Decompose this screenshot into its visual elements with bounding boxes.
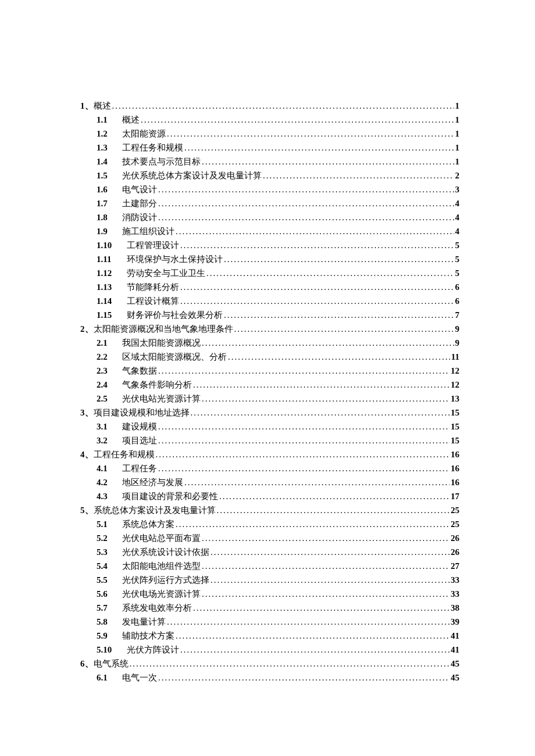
toc-entry-page: 4 — [455, 210, 460, 224]
toc-entry: 5.3光伏系统设计设计依据...........................… — [97, 545, 459, 559]
toc-entry-title: 气象数据 — [122, 364, 157, 378]
toc-entry-number: 5.3 — [97, 545, 119, 559]
toc-leader-dots: ........................................… — [180, 643, 450, 657]
toc-entry: 2.1我国太阳能资源概况............................… — [97, 336, 459, 350]
toc-entry-page: 16 — [451, 447, 459, 461]
toc-entry-page: 41 — [451, 643, 459, 657]
toc-entry-number: 1.3 — [97, 141, 119, 155]
toc-leader-dots: ........................................… — [176, 517, 450, 531]
toc-entry-number: 1.1 — [97, 113, 119, 127]
toc-entry: 2.5光伏电站光资源计算............................… — [97, 392, 459, 406]
toc-entry-title: 光伏系统设计设计依据 — [122, 545, 209, 559]
toc-entry-title: 系统总体方案 — [122, 517, 174, 531]
toc-leader-dots: ........................................… — [193, 378, 450, 392]
toc-leader-dots: ........................................… — [158, 210, 454, 224]
toc-entry-page: 12 — [451, 364, 459, 378]
toc-entry-page: 17 — [451, 489, 459, 503]
toc-entry: 1.11环境保护与水土保持设计.........................… — [97, 252, 459, 266]
toc-entry-page: 33 — [451, 587, 459, 601]
toc-entry: 4.2地区经济与发展..............................… — [97, 475, 459, 489]
toc-entry-title: 环境保护与水土保持设计 — [127, 252, 223, 266]
toc-leader-dots: ........................................… — [202, 336, 454, 350]
toc-leader-dots: ........................................… — [158, 196, 454, 210]
toc-entry: 1.4技术要点与示范目标............................… — [97, 155, 459, 169]
toc-entry-page: 26 — [451, 531, 459, 545]
toc-leader-dots: ........................................… — [211, 573, 450, 587]
toc-leader-dots: ........................................… — [158, 671, 450, 685]
toc-entry: 1.5光伏系统总体方案设计及发电量计算.....................… — [97, 169, 459, 182]
toc-entry-number: 5.4 — [97, 559, 119, 573]
toc-entry: 5.10光伏方阵设计..............................… — [97, 643, 459, 657]
toc-leader-dots: ........................................… — [158, 433, 450, 447]
toc-entry-title: 工程任务 — [122, 461, 157, 475]
toc-entry-number: 2.3 — [97, 364, 119, 378]
toc-entry-page: 16 — [451, 475, 459, 489]
toc-entry: 5.1系统总体方案...............................… — [97, 517, 459, 531]
toc-entry: 5.5光伏阵列运行方式选择...........................… — [97, 573, 459, 587]
toc-entry-page: 9 — [455, 322, 460, 336]
toc-entry-number: 5.8 — [97, 615, 119, 629]
toc-entry-number: 4.1 — [97, 461, 119, 475]
toc-leader-dots: ........................................… — [206, 266, 454, 280]
toc-entry: 1.10工程管理设计..............................… — [97, 238, 459, 252]
table-of-contents: 1、概述....................................… — [80, 99, 459, 685]
toc-entry-page: 15 — [451, 406, 459, 420]
toc-entry-title: 建设规模 — [122, 420, 157, 433]
toc-entry-title: 区域太阳能资源概况、分析 — [122, 350, 227, 364]
toc-leader-dots: ........................................… — [191, 406, 450, 420]
toc-entry-page: 1 — [455, 127, 460, 141]
toc-entry-number: 6、 — [80, 657, 94, 671]
toc-entry: 1.8消防设计.................................… — [97, 210, 459, 224]
toc-leader-dots: ........................................… — [184, 475, 450, 489]
toc-leader-dots: ........................................… — [180, 294, 454, 308]
toc-entry: 1.13节能降耗分析..............................… — [97, 280, 459, 294]
toc-leader-dots: ........................................… — [219, 489, 450, 503]
toc-entry-title: 财务评价与社会效果分析 — [127, 308, 223, 322]
toc-leader-dots: ........................................… — [167, 127, 454, 141]
toc-entry-number: 5.5 — [97, 573, 119, 587]
toc-entry-page: 38 — [451, 601, 459, 615]
toc-entry-title: 节能降耗分析 — [127, 280, 179, 294]
toc-leader-dots: ........................................… — [202, 392, 450, 406]
toc-entry-page: 4 — [455, 196, 460, 210]
toc-entry-page: 9 — [455, 336, 460, 350]
toc-entry-page: 5 — [455, 252, 460, 266]
toc-entry-number: 3.1 — [97, 420, 119, 433]
toc-leader-dots: ........................................… — [263, 169, 454, 182]
toc-entry-title: 工程管理设计 — [127, 238, 179, 252]
toc-entry-page: 15 — [451, 433, 459, 447]
toc-entry: 2.4气象条件影响分析.............................… — [97, 378, 459, 392]
toc-entry-number: 1.11 — [97, 252, 123, 266]
toc-entry-page: 25 — [451, 503, 459, 517]
toc-entry-title: 土建部分 — [122, 196, 157, 210]
toc-entry-page: 41 — [451, 629, 459, 643]
toc-leader-dots: ........................................… — [130, 657, 450, 671]
toc-entry-page: 3 — [455, 182, 460, 196]
toc-entry: 5、系统总体方案设计及发电量计算........................… — [80, 503, 459, 517]
toc-entry-number: 1.5 — [97, 169, 119, 182]
toc-entry-title: 太阳能资源 — [122, 127, 166, 141]
toc-entry-page: 1 — [455, 141, 460, 155]
toc-entry-number: 1.4 — [97, 155, 119, 169]
toc-entry-number: 5.6 — [97, 587, 119, 601]
toc-entry: 1.12劳动安全与工业卫生...........................… — [97, 266, 459, 280]
toc-entry-title: 概述 — [122, 113, 140, 127]
toc-entry-page: 16 — [451, 461, 459, 475]
toc-entry: 4.1工程任务.................................… — [97, 461, 459, 475]
toc-entry: 6.1电气一次.................................… — [97, 671, 459, 685]
toc-entry-title: 地区经济与发展 — [122, 475, 183, 489]
toc-leader-dots: ........................................… — [167, 615, 450, 629]
toc-entry-number: 5.7 — [97, 601, 119, 615]
toc-leader-dots: ........................................… — [224, 252, 454, 266]
toc-entry: 1.1概述...................................… — [97, 113, 459, 127]
toc-entry-page: 7 — [455, 308, 460, 322]
toc-entry-number: 4.3 — [97, 489, 119, 503]
toc-entry-title: 技术要点与示范目标 — [122, 155, 201, 169]
toc-entry: 3.1建设规模.................................… — [97, 420, 459, 433]
toc-entry-page: 11 — [451, 350, 459, 364]
toc-entry-number: 2、 — [80, 322, 94, 336]
toc-entry-title: 光伏电场光资源计算 — [122, 587, 201, 601]
toc-entry-title: 项目建设规模和地址选择 — [94, 406, 190, 420]
toc-entry: 1.14工程设计概算..............................… — [97, 294, 459, 308]
toc-leader-dots: ........................................… — [202, 531, 450, 545]
